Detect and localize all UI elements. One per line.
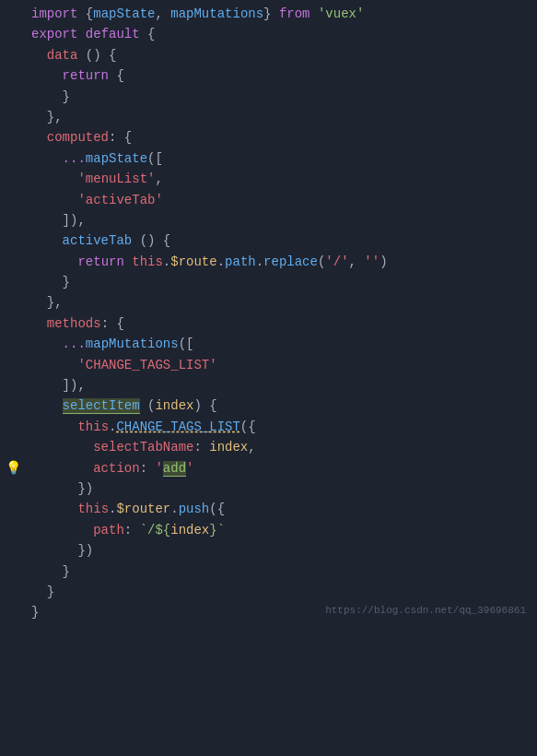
code-line-9: 'menuList', <box>0 169 537 189</box>
code-line-17: ...mapMutations([ <box>0 334 537 354</box>
line-content-14: } <box>26 272 537 292</box>
line-content-17: ...mapMutations([ <box>26 334 537 354</box>
code-line-24: }) <box>0 478 537 499</box>
line-content-9: 'menuList', <box>26 169 537 189</box>
line-content-7: computed: { <box>26 127 537 148</box>
code-line-29: } <box>0 582 537 602</box>
code-line-16: methods: { <box>0 313 537 334</box>
code-line-3: data () { <box>0 45 537 65</box>
code-line-25: this.$router.push({ <box>0 499 537 519</box>
line-content-27: }) <box>26 540 537 561</box>
line-content-4: return { <box>26 65 537 86</box>
code-line-14: } <box>0 272 537 292</box>
line-content-23: action: 'add' <box>26 458 537 478</box>
line-content-13: return this.$route.path.replace('/', '') <box>26 252 537 272</box>
line-content-10: 'activeTab' <box>26 190 537 210</box>
line-content-26: path: `/${index}` <box>26 520 537 540</box>
code-line-10: 'activeTab' <box>0 190 537 210</box>
code-line-4: return { <box>0 65 537 86</box>
line-content-24: }) <box>26 478 537 499</box>
gutter-23: 💡 <box>0 458 26 478</box>
line-content-5: } <box>26 87 537 107</box>
line-content-19: ]), <box>26 375 537 396</box>
line-content-18: 'CHANGE_TAGS_LIST' <box>26 355 537 375</box>
line-content-2: export default { <box>26 24 537 44</box>
code-line-21: this.CHANGE_TAGS_LIST({ <box>0 417 537 437</box>
line-content-25: this.$router.push({ <box>26 499 537 519</box>
code-line-22: selectTabName: index, <box>0 437 537 457</box>
code-line-8: ...mapState([ <box>0 148 537 169</box>
line-content-3: data () { <box>26 45 537 65</box>
code-line-27: }) <box>0 540 537 561</box>
code-line-6: }, <box>0 107 537 127</box>
line-content-12: activeTab () { <box>26 230 537 251</box>
code-line-23: 💡 action: 'add' <box>0 458 537 478</box>
line-content-8: ...mapState([ <box>26 148 537 169</box>
line-content-1: import {mapState, mapMutations} from 'vu… <box>26 4 537 24</box>
code-line-12: activeTab () { <box>0 230 537 251</box>
line-content-11: ]), <box>26 210 537 230</box>
code-line-28: } <box>0 561 537 582</box>
code-line-11: ]), <box>0 210 537 230</box>
code-line-2: export default { <box>0 24 537 44</box>
line-content-15: }, <box>26 292 537 313</box>
code-line-13: return this.$route.path.replace('/', '') <box>0 252 537 272</box>
watermark-text: https://blog.csdn.net/qq_39696861 <box>325 603 526 620</box>
lightbulb-icon: 💡 <box>6 458 21 478</box>
line-content-16: methods: { <box>26 313 537 334</box>
code-editor: import {mapState, mapMutations} from 'vu… <box>0 0 537 627</box>
code-line-15: }, <box>0 292 537 313</box>
line-content-6: }, <box>26 107 537 127</box>
code-line-5: } <box>0 87 537 107</box>
line-content-28: } <box>26 561 537 582</box>
code-line-26: path: `/${index}` <box>0 520 537 540</box>
code-line-20: selectItem (index) { <box>0 396 537 416</box>
line-content-20: selectItem (index) { <box>26 396 537 416</box>
line-content-22: selectTabName: index, <box>26 437 537 457</box>
line-content-29: } <box>26 582 537 602</box>
line-content-21: this.CHANGE_TAGS_LIST({ <box>26 417 537 437</box>
code-line-7: computed: { <box>0 127 537 148</box>
code-line-18: 'CHANGE_TAGS_LIST' <box>0 355 537 375</box>
code-line-1: import {mapState, mapMutations} from 'vu… <box>0 4 537 24</box>
code-line-19: ]), <box>0 375 537 396</box>
